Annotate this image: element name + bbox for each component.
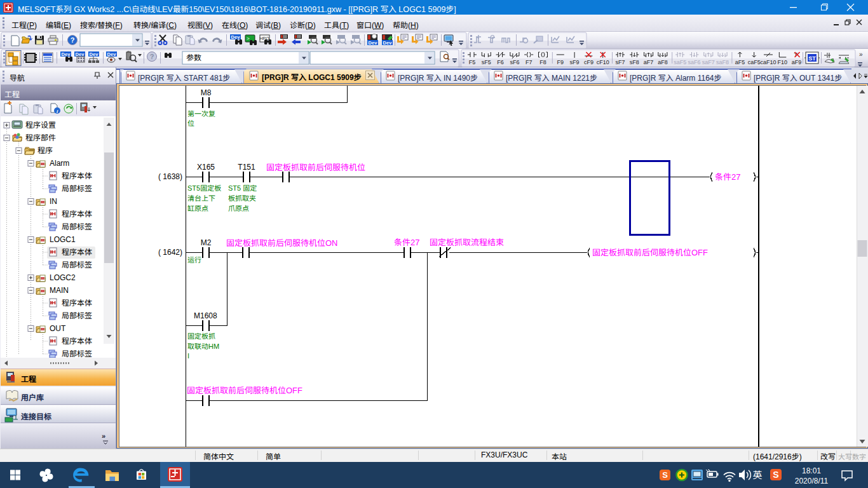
svg-text:saF7: saF7: [702, 59, 715, 65]
svg-text:caF10: caF10: [760, 59, 776, 65]
svg-text:固定板抓: 固定板抓: [187, 332, 215, 340]
svg-text:F7: F7: [526, 59, 532, 65]
svg-text:F5: F5: [469, 59, 476, 65]
svg-text:aF9: aF9: [792, 59, 802, 65]
svg-text:局部标签: 局部标签: [62, 222, 92, 231]
svg-text:OUT: OUT: [50, 324, 66, 333]
svg-text:M1608: M1608: [194, 311, 217, 320]
svg-text:caF5: caF5: [748, 59, 761, 65]
svg-text:»: »: [859, 51, 863, 58]
svg-text:sF7: sF7: [615, 59, 625, 65]
svg-text:局部标签: 局部标签: [62, 261, 92, 269]
svg-text:Dev: Dev: [231, 34, 241, 40]
svg-text:固定板抓取前后伺服待机位ON: 固定板抓取前后伺服待机位ON: [226, 238, 338, 248]
svg-text:运行: 运行: [187, 256, 201, 264]
svg-text:2020/8/11: 2020/8/11: [795, 477, 829, 485]
svg-text:取联动HM: 取联动HM: [187, 342, 219, 350]
svg-text:固定板抓取前后伺服待机位OFF: 固定板抓取前后伺服待机位OFF: [187, 386, 302, 395]
svg-text:aF8: aF8: [658, 59, 668, 65]
svg-text:sF6: sF6: [510, 59, 519, 65]
svg-text:爪原点: 爪原点: [228, 205, 249, 212]
svg-text:局部标签: 局部标签: [62, 184, 92, 193]
svg-text:ST5 固定: ST5 固定: [228, 184, 257, 192]
svg-text:X165: X165: [197, 163, 215, 172]
svg-text:第一次复: 第一次复: [187, 110, 215, 118]
svg-text:英: 英: [752, 470, 762, 480]
svg-text:aF7: aF7: [644, 59, 654, 65]
svg-text:S: S: [773, 470, 778, 480]
svg-text:缸原点: 缸原点: [187, 205, 208, 212]
svg-text:固定板抓取流程结束: 固定板抓取流程结束: [430, 238, 504, 247]
svg-text:条件27: 条件27: [715, 172, 740, 182]
svg-text:清台上下: 清台上下: [187, 194, 215, 202]
svg-text:局部标签: 局部标签: [62, 311, 92, 320]
svg-text:( 1642): ( 1642): [158, 248, 182, 257]
svg-text:?: ?: [71, 36, 75, 44]
svg-text:saF8: saF8: [716, 59, 729, 65]
svg-text:MAIN: MAIN: [50, 286, 69, 295]
svg-text:Dev: Dev: [90, 51, 99, 57]
svg-text:T151: T151: [238, 163, 255, 172]
svg-text:程序本体: 程序本体: [62, 337, 92, 346]
svg-text:I: I: [187, 352, 189, 360]
svg-text:saF6: saF6: [688, 59, 700, 65]
svg-text:sF8: sF8: [630, 59, 639, 65]
svg-text:saF5: saF5: [674, 59, 686, 65]
svg-text:sF9: sF9: [570, 59, 580, 65]
svg-text:Alarm: Alarm: [50, 159, 69, 168]
svg-text:局部标签: 局部标签: [62, 349, 92, 358]
svg-text:位: 位: [187, 119, 194, 127]
svg-text:F10: F10: [778, 59, 788, 65]
svg-text:cF10: cF10: [597, 59, 609, 65]
svg-text:Dev: Dev: [107, 51, 117, 57]
svg-text:参数: 参数: [186, 53, 201, 62]
svg-text:ST: ST: [808, 55, 816, 62]
svg-text:程序本体: 程序本体: [62, 210, 92, 219]
svg-text:M8: M8: [201, 88, 212, 97]
svg-text:程序本体: 程序本体: [62, 248, 92, 257]
svg-text:ST5固定板: ST5固定板: [187, 184, 221, 192]
svg-text:( 1638): ( 1638): [158, 172, 182, 181]
svg-text:Dev: Dev: [383, 40, 393, 46]
svg-text:固定板抓取前后伺服待机位: 固定板抓取前后伺服待机位: [266, 163, 365, 172]
svg-text:F8: F8: [539, 59, 546, 65]
svg-text:板抓取夹: 板抓取夹: [228, 194, 256, 202]
svg-text:LOGC2: LOGC2: [50, 273, 76, 282]
svg-text:18:01: 18:01: [802, 466, 821, 475]
svg-text:程序本体: 程序本体: [62, 172, 92, 180]
svg-text:IN: IN: [50, 197, 57, 206]
svg-text:?: ?: [150, 53, 154, 60]
svg-text:sF5: sF5: [482, 59, 491, 65]
svg-text:aF5: aF5: [735, 59, 745, 65]
svg-text:F6: F6: [497, 59, 504, 65]
svg-text:程序: 程序: [37, 146, 53, 155]
svg-text:»: »: [102, 432, 105, 440]
svg-text:程序本体: 程序本体: [62, 299, 92, 308]
svg-text:条件27: 条件27: [394, 238, 419, 247]
svg-text:Dev: Dev: [369, 40, 378, 46]
svg-text:LOGC1: LOGC1: [50, 235, 76, 244]
svg-text:固定板抓取前后伺服待机位OFF: 固定板抓取前后伺服待机位OFF: [592, 248, 708, 257]
svg-text:程序部件: 程序部件: [25, 133, 56, 142]
svg-text:F9: F9: [557, 59, 564, 65]
svg-text:M2: M2: [201, 238, 212, 247]
svg-text:程序设置: 程序设置: [25, 121, 56, 130]
svg-text:Dev: Dev: [62, 51, 71, 57]
svg-text:cF9: cF9: [584, 59, 593, 65]
svg-text:S: S: [662, 470, 668, 480]
